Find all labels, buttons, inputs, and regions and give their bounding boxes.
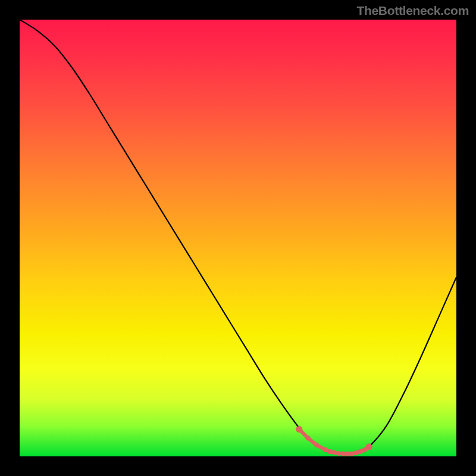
- plot-area: [20, 20, 456, 456]
- bottleneck-curve: [20, 20, 456, 456]
- marker-dot: [366, 443, 372, 450]
- marker-dot: [336, 451, 341, 456]
- marker-dot: [296, 426, 302, 433]
- marker-dot: [353, 450, 358, 455]
- marker-dot: [349, 451, 354, 456]
- marker-dot: [345, 451, 349, 456]
- marker-dot: [340, 451, 345, 456]
- marker-dot: [323, 447, 328, 452]
- chart-frame: TheBottleneck.com: [0, 0, 476, 476]
- marker-dot: [358, 449, 362, 454]
- marker-dot: [314, 443, 319, 447]
- marker-dot: [305, 436, 310, 440]
- watermark-text: TheBottleneck.com: [356, 4, 469, 18]
- marker-dot: [327, 449, 332, 454]
- marker-dot: [331, 450, 336, 455]
- curve-line: [20, 20, 456, 454]
- marker-group: [296, 426, 372, 456]
